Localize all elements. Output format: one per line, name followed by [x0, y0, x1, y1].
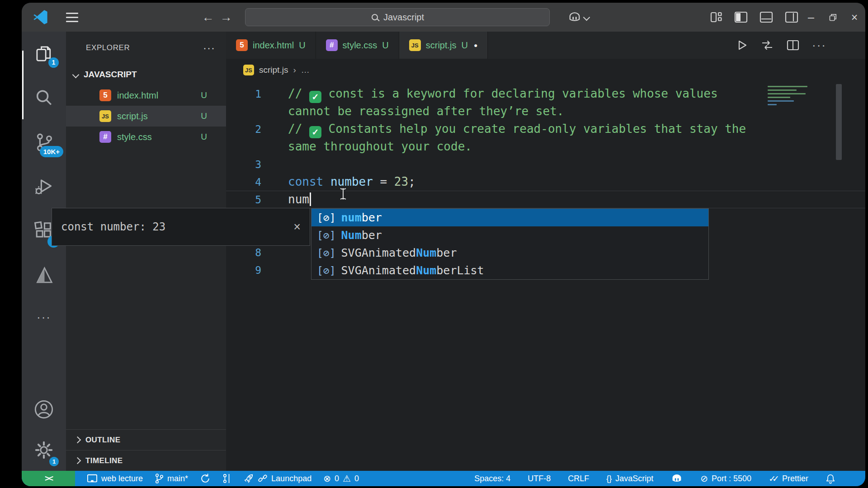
line-number: 2: [226, 123, 266, 135]
status-eol[interactable]: CRLF: [568, 474, 589, 483]
explorer-more-actions[interactable]: ···: [203, 42, 215, 54]
outline-section[interactable]: OUTLINE: [66, 429, 226, 450]
suggestion-match: Num: [341, 229, 362, 242]
status-encoding[interactable]: UTF-8: [528, 474, 551, 483]
back-arrow-icon[interactable]: ←: [199, 10, 217, 24]
run-debug-icon: [33, 176, 55, 197]
suggestion-pre: SVGAnimated: [341, 246, 416, 259]
dirty-dot-icon[interactable]: ●: [474, 42, 477, 49]
remote-indicator[interactable]: ><: [22, 471, 75, 486]
tab-style-css[interactable]: # style.css U: [316, 32, 399, 59]
editor-scrollbar[interactable]: [836, 84, 842, 160]
suggest-item-Number[interactable]: [⊘] Number: [311, 226, 708, 244]
copilot-icon: [670, 473, 683, 484]
status-indentation[interactable]: Spaces: 4: [474, 474, 510, 483]
sidebar-title: EXPLORER: [86, 43, 130, 52]
suggestion-post: berList: [436, 264, 484, 277]
forward-arrow-icon[interactable]: →: [217, 10, 235, 24]
activity-settings[interactable]: 1: [22, 429, 66, 471]
line-number: 5: [226, 194, 266, 206]
suggestion-match: num: [341, 211, 362, 224]
line-number: 4: [226, 176, 266, 188]
compare-changes-icon[interactable]: [760, 39, 774, 52]
suggestion-pre: SVGAnimated: [341, 264, 416, 277]
code-line-current[interactable]: 5 num: [226, 191, 865, 208]
minimize-button[interactable]: –: [800, 3, 822, 32]
tab-label: style.css: [343, 40, 377, 51]
activity-search[interactable]: [22, 76, 66, 120]
folder-row-javascript[interactable]: JAVASCRIPT: [66, 64, 226, 85]
restore-button[interactable]: [822, 3, 844, 32]
punctuation: ;: [408, 175, 415, 188]
timeline-section[interactable]: TIMELINE: [66, 450, 226, 471]
breadcrumb-file[interactable]: script.js: [259, 65, 288, 75]
status-copilot[interactable]: [670, 473, 683, 484]
tab-index-html[interactable]: 5 index.html U: [226, 32, 316, 59]
prism-icon: [33, 265, 54, 286]
tab-script-js[interactable]: JS script.js U ●: [399, 32, 488, 59]
status-sync-button[interactable]: [200, 473, 211, 484]
line-number: 3: [226, 159, 266, 170]
double-check-icon: ✓✓: [769, 474, 776, 484]
code-line[interactable]: 3: [226, 155, 865, 173]
minimap[interactable]: [768, 86, 809, 105]
activity-run-debug[interactable]: [22, 164, 66, 209]
file-row-index-html[interactable]: 5 index.html U: [66, 85, 226, 106]
status-prettier[interactable]: ✓✓ Prettier: [769, 474, 808, 484]
customize-layout-icon[interactable]: [710, 11, 722, 23]
code-line[interactable]: 2 // Constants help you create read-only…: [226, 120, 865, 138]
code-line-wrap[interactable]: same throughout your code.: [226, 138, 865, 155]
copilot-icon: [568, 11, 581, 23]
search-icon: [371, 13, 379, 22]
close-button[interactable]: ×: [844, 3, 865, 32]
comment-text: //: [288, 122, 309, 136]
activity-prism-extension[interactable]: [22, 253, 66, 297]
run-file-icon[interactable]: [736, 39, 748, 52]
bell-icon: [826, 473, 835, 484]
status-launchpad[interactable]: Launchpad: [243, 473, 311, 484]
file-row-style-css[interactable]: # style.css U: [66, 127, 226, 147]
suggest-item-svganimatednumberlist[interactable]: [⊘] SVGAnimatedNumberList: [311, 262, 708, 279]
activity-more-actions[interactable]: ···: [22, 297, 66, 337]
workspace-icon: [87, 474, 98, 483]
toggle-panel-icon[interactable]: [760, 11, 773, 23]
git-status-badge: U: [201, 90, 207, 100]
git-status-badge: U: [382, 40, 388, 51]
status-git-branch[interactable]: main*: [155, 473, 188, 484]
menu-hamburger-icon[interactable]: [66, 13, 78, 22]
file-row-script-js[interactable]: JS script.js U: [66, 106, 226, 127]
toggle-secondary-sidebar-icon[interactable]: [785, 11, 798, 23]
activity-source-control[interactable]: 10K+: [22, 120, 66, 164]
code-area[interactable]: 1 // const is a keyword for declaring va…: [226, 81, 865, 471]
status-git-graph-button[interactable]: [222, 473, 231, 484]
errors-count: 0: [335, 474, 339, 483]
suggest-item-svganimatednumber[interactable]: [⊘] SVGAnimatedNumber: [311, 244, 708, 262]
status-port[interactable]: ⊘ Port : 5500: [700, 474, 751, 483]
chevron-down-icon: [583, 14, 590, 21]
activity-account[interactable]: [22, 389, 66, 429]
suggestion-kind-icon: [⊘]: [317, 230, 336, 241]
code-line[interactable]: 4 const number = 23;: [226, 173, 865, 191]
sync-icon: [200, 473, 211, 484]
more-actions-icon[interactable]: ···: [812, 38, 826, 52]
breadcrumb-more[interactable]: …: [301, 65, 310, 75]
keyword: const: [288, 175, 323, 188]
activity-explorer[interactable]: 1: [22, 32, 66, 76]
warnings-icon: ⚠: [343, 474, 351, 483]
comment-text: //: [288, 87, 309, 100]
command-search-box[interactable]: Javascript: [245, 8, 550, 26]
chevron-right-icon: [74, 457, 81, 465]
settings-badge: 1: [49, 457, 59, 466]
suggest-item-number[interactable]: [⊘] number: [311, 209, 708, 226]
comment-text: cannot be reassigned after they’re set.: [288, 104, 564, 118]
toggle-primary-sidebar-icon[interactable]: [734, 11, 748, 23]
status-problems[interactable]: ⊗ 0 ⚠ 0: [323, 474, 359, 483]
split-editor-icon[interactable]: [786, 39, 800, 52]
git-branch-icon: [155, 473, 164, 484]
status-language[interactable]: {} JavaScript: [606, 474, 653, 483]
status-notifications[interactable]: [826, 473, 835, 484]
status-web-lecture[interactable]: web lecture: [87, 474, 143, 483]
copilot-menu[interactable]: [568, 11, 589, 23]
close-icon[interactable]: ×: [293, 220, 301, 234]
restore-icon: [829, 14, 837, 21]
